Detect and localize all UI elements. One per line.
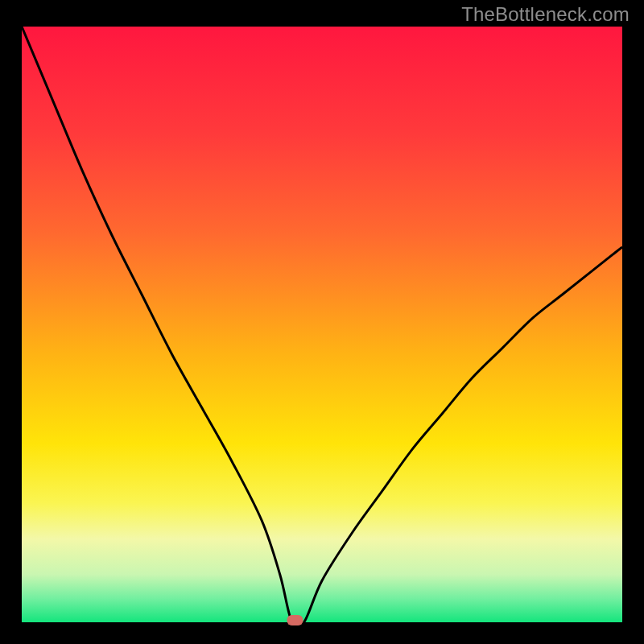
optimum-marker [287,615,303,625]
bottleneck-chart [0,0,644,644]
gradient-background [22,27,622,622]
chart-frame: TheBottleneck.com [0,0,644,644]
watermark-text: TheBottleneck.com [461,3,630,26]
